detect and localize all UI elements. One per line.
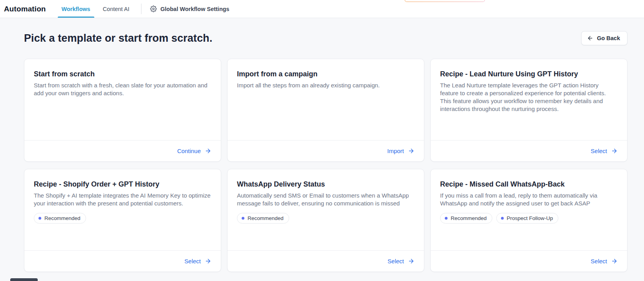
card-footer: Continue	[24, 140, 221, 161]
card-title: Recipe - Lead Nurture Using GPT History	[440, 70, 618, 78]
prospect-follow-up-badge: Prospect Follow-Up	[496, 213, 559, 224]
action-label: Import	[387, 148, 404, 154]
badge-row: Recommended Prospect Follow-Up	[440, 213, 618, 224]
template-card-start-from-scratch[interactable]: Start from scratch Start from scratch wi…	[24, 59, 221, 162]
topbar-divider	[141, 4, 141, 14]
card-title: Import from a campaign	[237, 70, 415, 78]
card-action-select[interactable]: Select	[184, 258, 211, 264]
arrow-right-icon	[205, 258, 211, 264]
arrow-left-icon	[587, 35, 593, 41]
badge-row: Recommended	[237, 213, 415, 224]
badge-dot-icon	[445, 217, 448, 220]
badge-dot-icon	[39, 217, 41, 220]
arrow-right-icon	[611, 258, 618, 264]
badge-dot-icon	[242, 217, 244, 220]
recommended-badge: Recommended	[237, 213, 289, 224]
card-title: Recipe - Missed Call WhatsApp-Back	[440, 180, 618, 189]
card-description: The Lead Nurture template leverages the …	[440, 81, 618, 113]
page-title: Pick a template or start from scratch.	[24, 32, 212, 44]
badge-label: Prospect Follow-Up	[507, 215, 553, 221]
card-description: Start from scratch with a fresh, clean s…	[34, 81, 211, 97]
tab-bar: Workflows Content AI	[55, 0, 136, 18]
card-footer: Select	[228, 250, 424, 272]
card-title: WhatsApp Delivery Status	[237, 180, 415, 189]
cropped-top-element	[405, 0, 485, 2]
arrow-right-icon	[611, 148, 618, 154]
template-card-import-campaign[interactable]: Import from a campaign Import all the st…	[227, 59, 424, 162]
action-label: Select	[387, 258, 404, 264]
go-back-label: Go Back	[597, 35, 620, 41]
template-card-shopify-gpt[interactable]: Recipe - Shopify Order + GPT History The…	[24, 169, 221, 272]
card-body: Recipe - Shopify Order + GPT History The…	[24, 169, 221, 250]
action-label: Select	[591, 258, 607, 264]
settings-label: Global Workflow Settings	[160, 6, 229, 12]
badge-label: Recommended	[44, 215, 81, 221]
action-label: Select	[591, 148, 607, 154]
global-workflow-settings-button[interactable]: Global Workflow Settings	[145, 0, 235, 18]
recommended-badge: Recommended	[34, 213, 86, 224]
card-action-select[interactable]: Select	[387, 258, 415, 264]
page-header: Pick a template or start from scratch. G…	[24, 31, 627, 45]
template-picker-page: Pick a template or start from scratch. G…	[0, 31, 644, 272]
recommended-badge: Recommended	[440, 213, 492, 224]
card-action-import[interactable]: Import	[387, 148, 415, 154]
card-title: Start from scratch	[34, 70, 211, 78]
arrow-right-icon	[408, 258, 415, 264]
card-body: WhatsApp Delivery Status Automatically s…	[228, 169, 424, 250]
template-grid: Start from scratch Start from scratch wi…	[24, 59, 627, 272]
arrow-right-icon	[408, 148, 415, 154]
card-footer: Select	[431, 140, 627, 161]
card-action-select[interactable]: Select	[591, 148, 618, 154]
card-description: Import all the steps from an already exi…	[237, 81, 415, 89]
cropped-bottom-element	[10, 278, 38, 281]
app-title: Automation	[0, 0, 50, 18]
tab-workflows[interactable]: Workflows	[55, 0, 97, 18]
badge-label: Recommended	[248, 215, 284, 221]
badge-label: Recommended	[451, 215, 487, 221]
card-title: Recipe - Shopify Order + GPT History	[34, 180, 211, 189]
card-description: Automatically send SMS or Email to custo…	[237, 192, 415, 207]
card-body: Recipe - Missed Call WhatsApp-Back If yo…	[431, 169, 627, 250]
top-navigation-bar: Automation Workflows Content AI Global W…	[0, 0, 644, 18]
card-action-continue[interactable]: Continue	[177, 148, 211, 154]
card-description: The Shopify + AI template integrates the…	[34, 192, 211, 207]
template-card-missed-call-whatsapp[interactable]: Recipe - Missed Call WhatsApp-Back If yo…	[430, 169, 627, 272]
card-body: Recipe - Lead Nurture Using GPT History …	[431, 59, 627, 140]
badge-dot-icon	[501, 217, 504, 220]
action-label: Continue	[177, 148, 201, 154]
card-footer: Select	[431, 250, 627, 272]
card-body: Start from scratch Start from scratch wi…	[24, 59, 221, 140]
template-card-lead-nurture-gpt[interactable]: Recipe - Lead Nurture Using GPT History …	[430, 59, 627, 162]
arrow-right-icon	[205, 148, 211, 154]
go-back-button[interactable]: Go Back	[581, 31, 627, 45]
card-footer: Select	[24, 250, 221, 272]
card-footer: Import	[228, 140, 424, 161]
tab-content-ai[interactable]: Content AI	[97, 0, 136, 18]
template-card-whatsapp-delivery[interactable]: WhatsApp Delivery Status Automatically s…	[227, 169, 424, 272]
gear-icon	[150, 6, 157, 12]
action-label: Select	[184, 258, 201, 264]
badge-row: Recommended	[34, 213, 211, 224]
card-description: If you miss a call from a lead, reply to…	[440, 192, 618, 207]
card-body: Import from a campaign Import all the st…	[228, 59, 424, 140]
card-action-select[interactable]: Select	[591, 258, 618, 264]
